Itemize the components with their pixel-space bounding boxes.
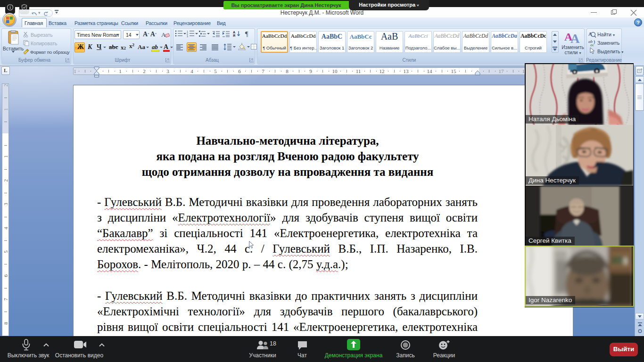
- svg-text:ac: ac: [590, 42, 594, 46]
- svg-text:3: 3: [187, 35, 188, 38]
- svg-text:A: A: [570, 32, 580, 43]
- svg-text:А: А: [233, 31, 235, 34]
- svg-text:¶: ¶: [245, 31, 248, 37]
- svg-text:Я: Я: [233, 34, 235, 37]
